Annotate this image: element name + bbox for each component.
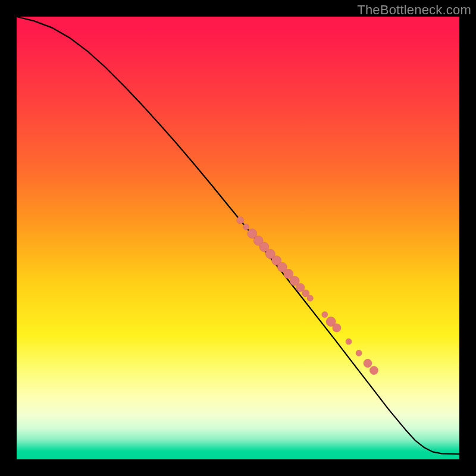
data-point (356, 350, 362, 356)
data-point (307, 295, 313, 301)
scatter-points (237, 217, 378, 374)
data-point (333, 324, 341, 332)
data-point (322, 312, 328, 318)
main-curve (17, 17, 459, 454)
chart-stage: { "watermark": "TheBottleneck.com", "col… (0, 0, 476, 476)
watermark-text: TheBottleneck.com (357, 2, 471, 18)
data-point (369, 367, 378, 375)
plot-area (17, 17, 459, 459)
data-point (364, 359, 372, 368)
data-point (243, 224, 249, 230)
data-point (237, 217, 244, 224)
chart-overlay-svg (17, 17, 459, 459)
data-point (346, 339, 352, 345)
